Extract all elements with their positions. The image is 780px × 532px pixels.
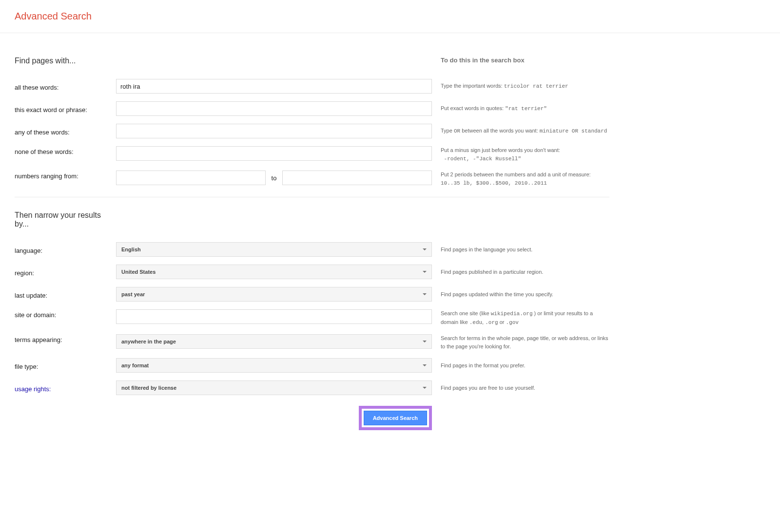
input-range-from[interactable]	[116, 171, 266, 185]
label-language: language:	[15, 245, 116, 254]
select-language[interactable]: English	[116, 242, 432, 257]
input-none-words[interactable]	[116, 146, 432, 161]
help-terms-appearing: Search for terms in the whole page, page…	[432, 334, 609, 350]
chevron-down-icon	[423, 248, 427, 250]
row-terms-appearing: terms appearing: anywhere in the page Se…	[15, 334, 609, 350]
help-site-domain: Search one site (like wikipedia.org ) or…	[432, 309, 609, 326]
chevron-down-icon	[423, 271, 427, 273]
row-all-words: all these words: Type the important word…	[15, 79, 609, 94]
advanced-search-button[interactable]: Advanced Search	[364, 411, 427, 425]
label-number-range: numbers ranging from:	[15, 171, 116, 180]
submit-row: Advanced Search	[15, 406, 432, 430]
section2-heading: Then narrow your results by...	[15, 211, 117, 228]
help-language: Find pages in the language you select.	[432, 246, 609, 254]
select-terms-appearing[interactable]: anywhere in the page	[116, 334, 432, 349]
help-none-words: Put a minus sign just before words you d…	[432, 146, 609, 163]
row-usage-rights: usage rights: not filtered by license Fi…	[15, 380, 609, 395]
select-language-value: English	[121, 247, 141, 252]
page-title: Advanced Search	[15, 11, 780, 22]
section1-header-row: Find pages with... To do this in the sea…	[15, 57, 609, 79]
label-region: region:	[15, 267, 116, 277]
label-any-words: any of these words:	[15, 127, 116, 136]
row-site-domain: site or domain: Search one site (like wi…	[15, 309, 609, 326]
input-all-words[interactable]	[116, 79, 432, 94]
main-content: Find pages with... To do this in the sea…	[0, 33, 624, 450]
section-divider	[15, 197, 609, 197]
chevron-down-icon	[423, 293, 427, 295]
input-site-domain[interactable]	[116, 309, 432, 324]
row-file-type: file type: any format Find pages in the …	[15, 358, 609, 373]
label-site-domain: site or domain:	[15, 309, 116, 319]
input-any-words[interactable]	[116, 124, 432, 138]
chevron-down-icon	[423, 341, 427, 342]
label-last-update: last update:	[15, 290, 116, 299]
row-exact-phrase: this exact word or phrase: Put exact wor…	[15, 101, 609, 116]
help-number-range: Put 2 periods between the numbers and ad…	[432, 171, 609, 187]
help-region: Find pages published in a particular reg…	[432, 268, 609, 276]
row-none-words: none of these words: Put a minus sign ju…	[15, 146, 609, 163]
range-to-label: to	[272, 174, 277, 182]
select-last-update[interactable]: past year	[116, 287, 432, 302]
label-file-type: file type:	[15, 361, 116, 370]
select-last-update-value: past year	[121, 291, 145, 297]
row-any-words: any of these words: Type OR between all …	[15, 124, 609, 138]
select-file-type[interactable]: any format	[116, 358, 432, 373]
label-all-words: all these words:	[15, 82, 116, 91]
row-last-update: last update: past year Find pages update…	[15, 287, 609, 302]
section1-heading: Find pages with...	[15, 57, 117, 65]
select-region-value: United States	[121, 269, 156, 275]
chevron-down-icon	[423, 387, 427, 389]
chevron-down-icon	[423, 364, 427, 366]
select-terms-value: anywhere in the page	[121, 339, 176, 344]
label-none-words: none of these words:	[15, 146, 116, 155]
row-language: language: English Find pages in the lang…	[15, 242, 609, 257]
help-column-header: To do this in the search box	[441, 57, 609, 64]
select-usage-rights-value: not filtered by license	[121, 385, 176, 391]
help-file-type: Find pages in the format you prefer.	[432, 361, 609, 370]
select-region[interactable]: United States	[116, 265, 432, 279]
row-region: region: United States Find pages publish…	[15, 265, 609, 279]
help-last-update: Find pages updated within the time you s…	[432, 290, 609, 299]
input-exact-phrase[interactable]	[116, 101, 432, 116]
select-usage-rights[interactable]: not filtered by license	[116, 380, 432, 395]
usage-rights-link[interactable]: usage rights:	[15, 385, 51, 393]
label-exact-phrase: this exact word or phrase:	[15, 104, 116, 114]
row-number-range: numbers ranging from: to Put 2 periods b…	[15, 171, 609, 187]
input-range-to[interactable]	[282, 171, 432, 185]
page-header: Advanced Search	[0, 0, 780, 33]
label-usage-rights: usage rights:	[15, 383, 116, 393]
help-all-words: Type the important words: tricolor rat t…	[432, 82, 609, 91]
help-any-words: Type OR between all the words you want: …	[432, 127, 609, 135]
help-exact-phrase: Put exact words in quotes: "rat terrier"	[432, 104, 609, 113]
label-terms-appearing: terms appearing:	[15, 334, 116, 343]
highlight-frame: Advanced Search	[359, 406, 432, 430]
help-usage-rights: Find pages you are free to use yourself.	[432, 384, 609, 392]
select-file-type-value: any format	[121, 362, 149, 368]
